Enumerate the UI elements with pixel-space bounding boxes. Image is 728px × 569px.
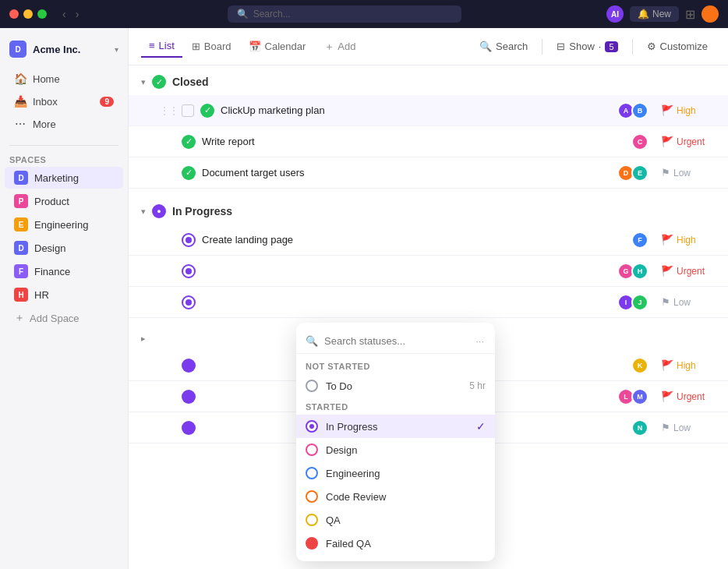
workspace-avatar: D: [9, 41, 27, 58]
check-icon: ✓: [476, 420, 486, 433]
topbar-divider-2: [632, 39, 633, 55]
search-button[interactable]: 🔍 Search: [472, 37, 535, 56]
topbar-divider: [542, 39, 542, 55]
product-space-icon: P: [14, 194, 28, 208]
avatar: C: [631, 133, 648, 150]
sidebar-nav: 🏠 Home 📥 Inbox 9 ⋯ More: [0, 64, 128, 139]
inbox-icon: 📥: [14, 95, 27, 108]
failedqa-status-icon: [306, 537, 318, 550]
user-avatar[interactable]: [701, 5, 719, 23]
tab-list[interactable]: ≡ List: [141, 35, 182, 58]
design-label: Design: [326, 444, 486, 456]
flag-icon: 🚩: [661, 391, 673, 402]
minimize-dot[interactable]: [23, 9, 33, 19]
add-view-button[interactable]: ＋ Add: [316, 36, 363, 58]
close-dot[interactable]: [9, 9, 19, 19]
dropdown-search-icon: 🔍: [306, 335, 318, 347]
sidebar-item-hr[interactable]: H HR: [5, 284, 123, 306]
home-label: Home: [33, 73, 60, 85]
started-section-label: STARTED: [296, 398, 495, 415]
show-button[interactable]: ⊟ Show · 5: [549, 37, 625, 56]
status-codereview-item[interactable]: Code Review: [296, 485, 495, 508]
flag-icon: 🚩: [661, 136, 673, 147]
task-priority: 🚩 Urgent: [661, 391, 716, 402]
status-failedqa-item[interactable]: Failed QA: [296, 532, 495, 555]
workspace-selector[interactable]: D Acme Inc. ▾: [0, 34, 128, 64]
inbox-label: Inbox: [33, 96, 58, 108]
closed-status-icon: ✓: [152, 75, 166, 89]
task-row[interactable]: G H 🚩 Urgent: [129, 256, 728, 287]
app-layout: D Acme Inc. ▾ 🏠 Home 📥 Inbox 9 ⋯ More Sp…: [0, 28, 728, 569]
avatar: F: [631, 231, 648, 249]
global-search-input[interactable]: 🔍 Search...: [228, 5, 461, 23]
status-inprogress-item[interactable]: In Progress ✓: [296, 415, 495, 438]
task-assignees: K: [634, 357, 648, 374]
tab-board[interactable]: ⊞ Board: [184, 36, 239, 57]
back-button[interactable]: ‹: [59, 6, 69, 22]
task-row[interactable]: Create landing page F 🚩 High: [129, 224, 728, 256]
task-status-inprogress-icon: [182, 264, 196, 278]
task-status-closed-icon: ✓: [182, 166, 196, 180]
workspace-chevron-icon: ▾: [115, 45, 118, 54]
finance-space-icon: F: [14, 264, 28, 278]
status-design-item[interactable]: Design: [296, 438, 495, 461]
closed-toggle[interactable]: ▾: [141, 77, 146, 87]
dropdown-search-input[interactable]: [324, 335, 468, 347]
sidebar-item-engineering[interactable]: E Engineering: [5, 214, 123, 235]
todo-label: To Do: [326, 380, 461, 392]
new-button[interactable]: 🔔 New: [630, 6, 679, 22]
flag-icon: ⚑: [661, 296, 670, 308]
engineering-label: Engineering: [326, 468, 486, 479]
second-toggle[interactable]: ▸: [141, 334, 146, 344]
task-priority: ⚑ Low: [661, 422, 716, 433]
calendar-tab-icon: 📅: [249, 41, 261, 52]
sidebar-item-design[interactable]: D Design: [5, 237, 123, 259]
hr-space-label: HR: [34, 289, 49, 301]
status-qa-item[interactable]: QA: [296, 508, 495, 532]
task-status-icon: [182, 390, 196, 404]
search-icon: 🔍: [237, 9, 249, 19]
sidebar-item-inbox[interactable]: 📥 Inbox 9: [5, 90, 123, 112]
task-row[interactable]: I J ⚑ Low: [129, 287, 728, 318]
ai-badge[interactable]: AI: [606, 5, 624, 23]
avatar: J: [631, 294, 648, 311]
forward-button[interactable]: ›: [72, 6, 83, 22]
task-row[interactable]: ✓ Document target users D E ⚑ Low: [129, 157, 728, 189]
sidebar-item-finance[interactable]: F Finance: [5, 260, 123, 282]
sidebar-item-more[interactable]: ⋯ More: [5, 113, 123, 135]
dropdown-more-button[interactable]: ···: [474, 334, 486, 348]
avatar: K: [631, 357, 648, 374]
engineering-status-icon: [306, 467, 318, 479]
plus-icon: ＋: [324, 40, 334, 54]
sidebar-item-marketing[interactable]: D Marketing: [5, 167, 123, 189]
inprogress-toggle[interactable]: ▾: [141, 207, 146, 217]
task-priority: 🚩 Urgent: [661, 265, 716, 277]
inprogress-status-icon: ●: [152, 204, 166, 218]
grid-icon[interactable]: ⊞: [685, 7, 695, 22]
task-priority: 🚩 Urgent: [661, 136, 716, 147]
todo-status-icon: [306, 380, 318, 392]
task-row[interactable]: ✓ Write report C 🚩 Urgent: [129, 126, 728, 157]
sidebar-item-home[interactable]: 🏠 Home: [5, 68, 123, 90]
tab-calendar[interactable]: 📅 Calendar: [241, 36, 314, 57]
add-space-button[interactable]: ＋ Add Space: [5, 307, 123, 329]
status-todo-item[interactable]: To Do 5 hr: [296, 374, 495, 398]
customize-button[interactable]: ⚙ Customize: [639, 37, 716, 56]
task-row[interactable]: ⋮⋮ ✓ ClickUp marketing plan A B 🚩 High: [129, 95, 728, 126]
drag-handle-icon[interactable]: ⋮⋮: [160, 105, 178, 116]
task-priority: 🚩 High: [661, 359, 716, 371]
task-assignees: F: [634, 231, 648, 249]
maximize-dot[interactable]: [37, 9, 47, 19]
main-content: ≡ List ⊞ Board 📅 Calendar ＋ Add 🔍: [129, 28, 728, 569]
qa-label: QA: [326, 514, 486, 526]
dropdown-search-area: 🔍 ···: [296, 329, 495, 354]
hr-space-icon: H: [14, 288, 28, 302]
status-engineering-item[interactable]: Engineering: [296, 461, 495, 485]
task-assignees: I J: [620, 294, 648, 311]
task-checkbox[interactable]: [182, 104, 194, 117]
sidebar-item-product[interactable]: P Product: [5, 190, 123, 212]
task-title: Write report: [202, 136, 634, 147]
flag-icon: ⚑: [661, 422, 670, 433]
search-icon: 🔍: [479, 41, 492, 52]
window-controls: [9, 9, 47, 19]
